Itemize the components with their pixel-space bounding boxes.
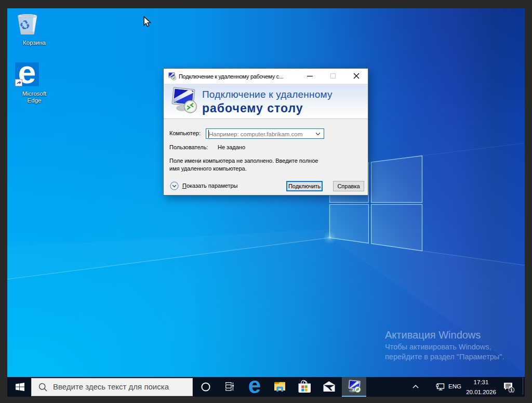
svg-text:1: 1 — [510, 387, 513, 393]
